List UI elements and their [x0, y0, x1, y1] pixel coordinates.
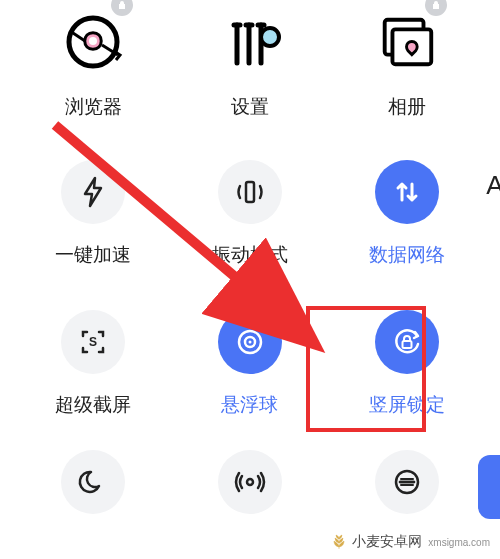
browser-icon — [61, 10, 125, 74]
toggle-portraitlock-label: 竖屏锁定 — [369, 392, 445, 418]
toggle-floatball-label: 悬浮球 — [221, 392, 278, 418]
boost-icon — [61, 160, 125, 224]
svg-text:S: S — [89, 335, 97, 349]
svg-point-10 — [261, 28, 279, 46]
peek-letter: A — [486, 170, 500, 201]
vibrate-icon — [218, 160, 282, 224]
data-icon — [375, 160, 439, 224]
svg-point-17 — [248, 341, 251, 344]
toggle-screenshot[interactable]: S 超级截屏 — [20, 310, 167, 450]
lock-badge-icon — [111, 0, 133, 16]
toggle-data[interactable]: 数据网络 — [333, 160, 480, 300]
app-settings-label: 设置 — [231, 94, 269, 120]
watermark-domain: xmsigma.com — [428, 537, 490, 548]
toggle-vibrate[interactable]: 振动模式 — [177, 160, 324, 300]
settings-icon — [218, 10, 282, 74]
toggle-nightmode[interactable] — [20, 450, 167, 530]
portraitlock-icon — [375, 310, 439, 374]
watermark: 小麦安卓网 xmsigma.com — [330, 533, 490, 551]
peek-indicator — [478, 455, 500, 519]
toggle-screenshot-label: 超级截屏 — [55, 392, 131, 418]
toggle-portraitlock[interactable]: 竖屏锁定 — [333, 310, 480, 450]
app-settings[interactable]: 设置 — [177, 10, 324, 150]
toggle-vibrate-label: 振动模式 — [212, 242, 288, 268]
screenshot-icon: S — [61, 310, 125, 374]
app-gallery-label: 相册 — [388, 94, 426, 120]
hotspot-icon — [218, 450, 282, 514]
svg-point-1 — [89, 37, 97, 45]
app-browser-label: 浏览器 — [65, 94, 122, 120]
dnd-icon — [375, 450, 439, 514]
svg-rect-13 — [246, 182, 254, 202]
moon-icon — [61, 450, 125, 514]
toggle-boost[interactable]: 一键加速 — [20, 160, 167, 300]
wheat-icon — [330, 533, 348, 551]
svg-point-19 — [247, 479, 253, 485]
app-browser[interactable]: 浏览器 — [20, 10, 167, 150]
toggle-dnd[interactable] — [333, 450, 480, 530]
svg-rect-18 — [402, 341, 411, 348]
toggle-hotspot[interactable] — [177, 450, 324, 530]
app-gallery[interactable]: 相册 — [333, 10, 480, 150]
toggle-data-label: 数据网络 — [369, 242, 445, 268]
floatball-icon — [218, 310, 282, 374]
toggle-floatball[interactable]: 悬浮球 — [177, 310, 324, 450]
watermark-text: 小麦安卓网 — [352, 533, 422, 551]
gallery-icon — [375, 10, 439, 74]
peek-column: A — [460, 170, 500, 201]
toggle-boost-label: 一键加速 — [55, 242, 131, 268]
